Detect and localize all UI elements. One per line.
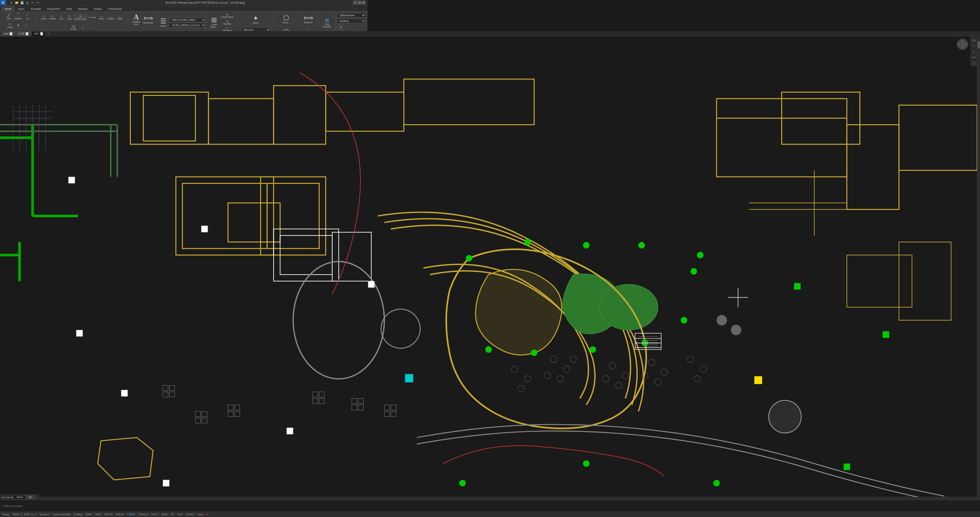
line-button[interactable]: ╱ Line (5, 13, 13, 21)
erase-icon: ⌫ (72, 26, 75, 28)
qa-save[interactable]: 💾 (20, 0, 24, 5)
fillet-icon: ⌐ (89, 27, 91, 29)
workspace-select[interactable]: Drafting 3D Modeling (337, 19, 366, 24)
drawing-canvas[interactable] (0, 37, 368, 194)
rotate-icon: ↻ (51, 15, 53, 18)
leaders-button[interactable]: ⤵ (139, 27, 147, 30)
area-button[interactable]: ⬚ (305, 26, 312, 30)
draw-more-button[interactable]: ▤ (14, 23, 22, 27)
stretch-icon: ↔ (110, 15, 112, 18)
create-block-icon: ◈ (226, 13, 228, 16)
title-text: BricsCAD Ultimate beta (NOT FOR RESALE L… (57, 1, 353, 4)
blocks-icons: ⊞ Insert Block... ◈ Create Block ⧉ Block… (209, 13, 235, 33)
tab-output[interactable]: Output (91, 6, 105, 11)
close-a100-tab[interactable]: ✕ (25, 32, 29, 35)
rectangle-button[interactable]: ▭ (22, 23, 30, 27)
menu-tabs: Home Insert Annotate Parametric View Man… (0, 5, 368, 11)
tab-parametric[interactable]: Parametric (44, 6, 63, 11)
scale-button[interactable]: ⤡ Scale (116, 14, 124, 21)
move-button[interactable]: ✛ Move (40, 14, 48, 21)
tab-pointclouds[interactable]: Pointclouds (105, 6, 125, 11)
trim-button[interactable]: ✂ Trim (57, 14, 65, 21)
rotate-button[interactable]: ↻ Rotate (48, 14, 57, 21)
copy-icon: ⧉ (68, 15, 70, 18)
layers-icon: ☰ (160, 18, 166, 25)
text-label: Text (134, 23, 138, 26)
01copy-button[interactable]: 01 Copy (88, 16, 97, 19)
draw-more-icon: ▤ (17, 24, 19, 26)
window-controls[interactable]: ─ ▭ ✕ (353, 1, 366, 5)
distance-icon: ⟺ (304, 14, 313, 21)
draw-tab-start[interactable]: Start ✕ (1, 31, 15, 36)
svg-rect-0 (0, 72, 368, 194)
help-button[interactable]: ? (337, 24, 345, 30)
stretch-button[interactable]: ↔ Stretch (106, 14, 116, 21)
move-icon: ✛ (43, 15, 45, 18)
minimize-button[interactable]: ─ (353, 1, 357, 5)
qa-new[interactable]: 🗋 (9, 0, 14, 5)
copy-button[interactable]: ⧉ Copy (65, 14, 73, 21)
tab-manage[interactable]: Manage (75, 6, 91, 11)
group-icon: ⬡ (283, 14, 289, 21)
close-site-tab[interactable]: ✕ (40, 32, 43, 35)
modify-icons: ✛ Move ↻ Rotate ✂ Trim ⧉ Copy ⧉ Guided (37, 13, 126, 33)
restore-button[interactable]: ▭ (358, 1, 361, 5)
polyline-button[interactable]: ⌒ Polyline (13, 13, 23, 21)
arc-icon: ◜ (27, 13, 28, 18)
multiline-text-button[interactable]: A Multiline Text (131, 13, 142, 26)
dimension-icon: ⟺ (143, 15, 153, 22)
layers-icons: ☰ Layers BIM_ROOM_LINES 0 ACAD_VIEWS_Lev… (158, 13, 205, 33)
match-label: Match (253, 22, 259, 24)
viewport-style-select[interactable]: 2dWireframe Realistic (337, 13, 366, 18)
insert-block-button[interactable]: ⊞ Insert Block... (209, 16, 220, 29)
distance-button[interactable]: ⟺ Distance (302, 13, 314, 26)
mirror-icon: ⇔ (101, 15, 103, 18)
extend-button[interactable]: →| (78, 26, 86, 30)
tab-insert[interactable]: Insert (14, 6, 27, 11)
qa-open[interactable]: 📂 (14, 0, 19, 5)
arc-button[interactable]: ◜ Arc (24, 13, 31, 21)
scale-icon: ⤡ (119, 15, 121, 18)
tab-view[interactable]: View (63, 6, 75, 11)
guided-copy-icon: ⧉ (80, 15, 81, 18)
area-icon: ⬚ (307, 27, 309, 29)
draw-tab-site[interactable]: Site* ✕ (32, 31, 46, 36)
tab-annotate[interactable]: Annotate (27, 6, 44, 11)
polyline-icon: ⌒ (16, 13, 20, 18)
insert-block-icon: ⊞ (211, 17, 217, 24)
draw-tab-a100[interactable]: A-100 ✕ (16, 31, 31, 36)
close-start-tab[interactable]: ✕ (10, 32, 13, 35)
trim-icon: ✂ (60, 15, 62, 18)
fillet-button[interactable]: ⌐ (86, 26, 94, 30)
01copy-label: 01 Copy (89, 16, 96, 18)
svg-rect-43 (68, 177, 75, 184)
app-logo[interactable]: B (0, 0, 6, 5)
guided-copy-button[interactable]: ⧉ Guided Copy (74, 14, 88, 21)
mirror-button[interactable]: ⇔ Mirror (98, 14, 106, 21)
text-icon: A (134, 13, 139, 21)
draw-icons: ╱ Line ⌒ Polyline ◜ Arc ○ Circle ▤ (2, 13, 34, 34)
edit-block-icon: ✎ (226, 27, 228, 29)
layers-panel-button[interactable]: ☰ Layers (158, 16, 169, 29)
circle-button[interactable]: ○ Circle (6, 21, 14, 29)
blockify-button[interactable]: ⧉ Blockify (220, 19, 235, 26)
rectangle-icon: ▭ (25, 24, 27, 26)
erase-button[interactable]: ⌫ Erase (70, 25, 78, 31)
tab-home[interactable]: Home (2, 6, 14, 11)
add-drawing-tab[interactable]: + (46, 31, 51, 36)
qa-print[interactable]: 🖨 (25, 0, 30, 5)
circle-label: Circle (7, 26, 13, 29)
match-button[interactable]: ✦ Match (250, 13, 261, 27)
line-icon: ╱ (7, 13, 10, 18)
qa-undo[interactable]: ↩ (30, 0, 35, 5)
close-button[interactable]: ✕ (362, 1, 366, 5)
dwg-compare-button[interactable]: ⧈ Dwg Compare (321, 16, 332, 29)
layer-views-select[interactable]: ACAD_VIEWS_Level 0__secti... (170, 23, 205, 27)
dimension-button[interactable]: ⟺ Dimension (142, 13, 155, 26)
layer-select[interactable]: BIM_ROOM_LINES 0 (170, 18, 205, 22)
create-block-button[interactable]: ◈ Create Block (220, 13, 235, 19)
qa-redo[interactable]: ↪ (35, 0, 40, 5)
guided-copy-label: Guided Copy (75, 18, 86, 20)
draw-tabbar: Start ✕ A-100 ✕ Site* ✕ + (0, 31, 368, 37)
group-button[interactable]: ⬡ Group... (281, 13, 291, 26)
